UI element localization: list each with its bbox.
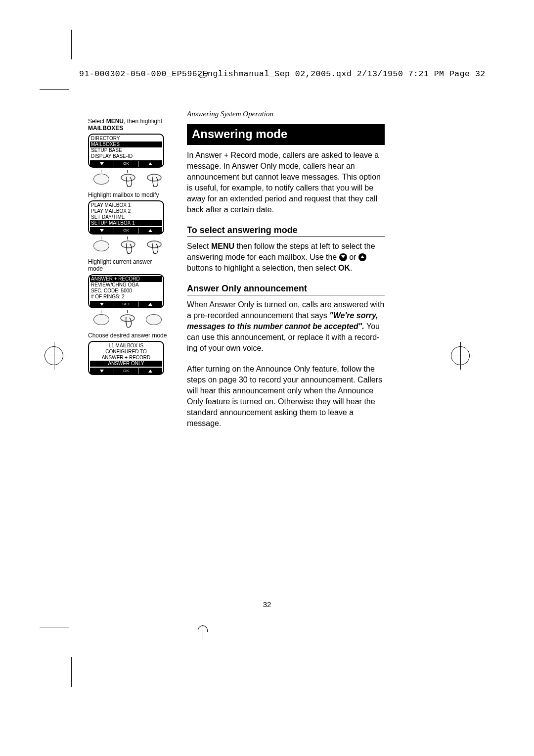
screen-row: REVIEW/CHNG OGA — [90, 282, 162, 288]
screen-4: L1 MAILBOX IS CONFIGURED TO ANSWER + REC… — [88, 341, 164, 375]
softkey-bar: OK — [90, 227, 162, 234]
step1-caption: Select MENU, then highlight MAILBOXES — [88, 118, 167, 132]
button-row — [88, 174, 167, 189]
content-column: Answering System Operation Answering mod… — [187, 110, 385, 439]
svg-point-1 — [147, 174, 161, 181]
right-softkey-button — [146, 314, 162, 325]
intro-paragraph: In Answer + Record mode, callers are ask… — [187, 150, 385, 215]
step3-caption: Highlight current answer mode — [88, 258, 167, 272]
menu-word: MENU — [211, 242, 234, 250]
crop-mark — [40, 627, 69, 627]
softkey-bar: OK — [90, 160, 162, 167]
step4-caption: Choose desired answer mode — [88, 332, 167, 339]
screen-row: DIRECTORY — [90, 136, 162, 142]
text: , then highlight — [124, 118, 162, 125]
text: or — [347, 253, 358, 261]
crop-mark — [40, 89, 69, 90]
up-arrow-icon — [138, 301, 162, 307]
screen-1: DIRECTORY MAILBOXES SETUP BASE DISPLAY B… — [88, 134, 164, 168]
svg-point-3 — [147, 241, 161, 248]
button-row — [88, 314, 167, 329]
up-arrow-icon — [358, 253, 366, 261]
file-header: 91-000302-050-000_EP5962Englishmanual_Se… — [79, 69, 486, 79]
screen-row: PLAY MAILBOX 2 — [90, 208, 162, 214]
softkey-ok: OK — [114, 368, 138, 374]
press-hand-icon — [147, 174, 162, 189]
softkey-ok: OK — [114, 161, 138, 167]
text: Select — [187, 242, 211, 250]
softkey-ok: OK — [114, 228, 138, 234]
screen-row: # OF RINGS: 2 — [90, 294, 162, 300]
down-arrow-icon — [90, 161, 114, 167]
up-arrow-icon — [138, 161, 162, 167]
spine-mark — [198, 625, 208, 637]
crop-mark — [71, 657, 72, 687]
page-title: Answering mode — [187, 124, 385, 145]
text: . — [350, 264, 352, 272]
up-arrow-icon — [138, 368, 162, 374]
screen-row-selected: ANSWER + RECORD — [90, 276, 162, 282]
screen-2: PLAY MAILBOX 1 PLAY MAILBOX 2 SET DAY/TI… — [88, 200, 164, 235]
svg-point-0 — [121, 174, 135, 181]
left-softkey-button — [93, 174, 109, 185]
softkey-bar: SET — [90, 301, 162, 307]
tick-marks — [88, 170, 167, 173]
paragraph-answer-only-1: When Answer Only is turned on, calls are… — [187, 299, 385, 354]
press-hand-icon — [121, 174, 135, 189]
screen-row-selected: ANSWER ONLY — [90, 361, 162, 367]
screen-row: DISPLAY BASE-ID — [90, 153, 162, 159]
screen-3: ANSWER + RECORD REVIEW/CHNG OGA SEC. COD… — [88, 274, 164, 308]
screen-row: L1 MAILBOX IS — [90, 343, 162, 349]
up-arrow-icon — [138, 228, 162, 234]
screen-row: SET DAY/TIME — [90, 214, 162, 220]
subhead-answer-only: Answer Only announcement — [187, 284, 385, 295]
softkey-set: SET — [114, 301, 138, 307]
press-hand-icon — [120, 314, 135, 329]
svg-point-4 — [121, 315, 134, 322]
down-arrow-icon — [90, 228, 114, 234]
softkey-bar: OK — [90, 368, 162, 374]
button-row — [88, 240, 167, 255]
left-softkey-button — [93, 314, 109, 325]
registration-mark — [44, 346, 63, 365]
crop-mark — [71, 30, 72, 59]
screen-row: CONFIGURED TO — [90, 349, 162, 355]
press-hand-icon — [121, 240, 135, 255]
subhead-select-mode: To select answering mode — [187, 225, 385, 237]
tick-marks — [88, 310, 167, 313]
registration-mark — [451, 346, 470, 365]
screen-row: SETUP BASE — [90, 147, 162, 153]
svg-point-2 — [121, 241, 135, 248]
screen-row: ANSWER + RECORD — [90, 355, 162, 361]
menu-word: MENU — [106, 118, 124, 125]
mailboxes-word: MAILBOXES — [88, 125, 123, 132]
screen-row: SEC. CODE: 5000 — [90, 288, 162, 294]
screen-row-selected: SETUP MAILBOX 1 — [90, 220, 162, 226]
paragraph-answer-only-2: After turning on the Announce Only featu… — [187, 364, 385, 429]
manual-page: 91-000302-050-000_EP5962Englishmanual_Se… — [0, 0, 534, 756]
section-label: Answering System Operation — [187, 110, 385, 118]
steps-column: Select MENU, then highlight MAILBOXES DI… — [88, 115, 167, 377]
ok-word: OK — [338, 264, 350, 272]
page-number: 32 — [0, 600, 534, 609]
text: buttons to highlight a selection, then s… — [187, 264, 338, 272]
left-softkey-button — [93, 240, 109, 251]
text: Select — [88, 118, 106, 125]
down-arrow-icon — [90, 301, 114, 307]
down-arrow-icon — [90, 368, 114, 374]
paragraph-select-mode: Select MENU then follow the steps at lef… — [187, 241, 385, 274]
press-hand-icon — [147, 240, 162, 255]
tick-marks — [88, 236, 167, 239]
screen-row: PLAY MAILBOX 1 — [90, 202, 162, 208]
step2-caption: Highlight mailbox to modify — [88, 191, 167, 198]
screen-row-selected: MAILBOXES — [90, 142, 162, 147]
down-arrow-icon — [339, 253, 347, 261]
